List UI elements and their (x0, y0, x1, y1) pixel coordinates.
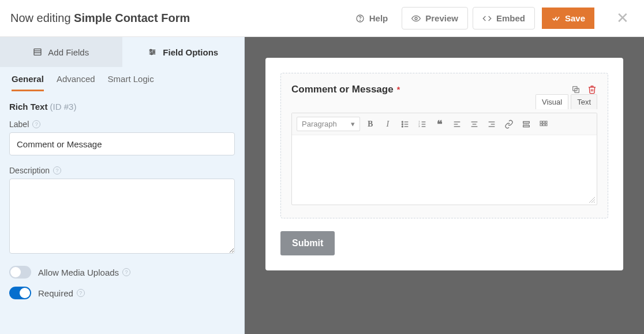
blockquote-icon[interactable]: ❝ (433, 117, 447, 131)
sidebar: Add Fields Field Options General Advance… (0, 37, 245, 334)
code-icon (482, 14, 492, 23)
rich-text-editor: Paragraph ▾ B I 123 (291, 113, 597, 205)
preview-button[interactable]: Preview (402, 7, 468, 29)
editor-mode-visual[interactable]: Visual (536, 94, 568, 109)
submit-button[interactable]: Submit (280, 231, 335, 255)
help-button[interactable]: Help (346, 8, 398, 29)
svg-point-9 (150, 49, 152, 51)
align-center-icon[interactable] (467, 117, 481, 131)
form-name: Simple Contact Form (74, 12, 190, 24)
save-label: Save (565, 13, 585, 23)
duplicate-icon[interactable] (571, 84, 581, 95)
svg-rect-39 (542, 121, 544, 123)
toggle-required-row: Required ? (9, 287, 235, 299)
editor-mode-text[interactable]: Text (571, 94, 597, 109)
required-star: * (397, 85, 400, 94)
sidebar-subtabs: General Advanced Smart Logic (0, 67, 244, 91)
svg-point-11 (151, 53, 153, 55)
description-label: Description ? (9, 166, 235, 175)
subtab-advanced[interactable]: Advanced (57, 67, 95, 91)
field-title: Rich Text (ID #3) (9, 102, 235, 112)
chevron-down-icon: ▾ (351, 120, 355, 128)
align-left-icon[interactable] (450, 117, 464, 131)
link-icon[interactable] (502, 117, 516, 131)
subtab-general[interactable]: General (12, 67, 44, 91)
header-bar: Now editing Simple Contact Form Help Pre… (0, 0, 644, 37)
svg-point-1 (360, 20, 360, 20)
allow-media-uploads-label: Allow Media Uploads ? (38, 268, 130, 277)
trash-icon[interactable] (587, 84, 597, 95)
help-tooltip-icon[interactable]: ? (53, 166, 61, 175)
insert-more-icon[interactable] (519, 117, 533, 131)
eye-icon (411, 14, 421, 23)
svg-text:3: 3 (418, 125, 420, 128)
editor-toolbar: Paragraph ▾ B I 123 (292, 113, 597, 135)
rich-text-editor-wrap: Visual Text Paragraph ▾ B I (291, 113, 597, 205)
paragraph-dropdown[interactable]: Paragraph ▾ (297, 117, 360, 131)
form-card: Comment or Message * Visual T (265, 58, 623, 270)
field-options-panel: Rich Text (ID #3) Label ? Description ? (0, 91, 244, 310)
svg-point-18 (402, 126, 403, 127)
sliders-icon (148, 47, 157, 57)
title-prefix: Now editing (10, 12, 74, 24)
help-tooltip-icon[interactable]: ? (32, 120, 40, 128)
field-head: Comment or Message * (291, 84, 597, 95)
field-type: Rich Text (9, 102, 47, 112)
svg-rect-38 (540, 121, 542, 123)
svg-rect-41 (540, 124, 542, 125)
italic-icon[interactable]: I (381, 117, 395, 131)
field-head-label: Comment or Message (291, 84, 394, 95)
close-icon: ✕ (616, 9, 629, 27)
editor-body[interactable] (292, 135, 597, 205)
save-button[interactable]: Save (542, 8, 594, 29)
toggle-allow-media-uploads-row: Allow Media Uploads ? (9, 266, 235, 279)
grid-icon (33, 47, 42, 57)
description-input[interactable] (9, 179, 235, 254)
help-tooltip-icon[interactable]: ? (122, 268, 130, 276)
bold-icon[interactable]: B (364, 117, 377, 131)
sidebar-tabs: Add Fields Field Options (0, 37, 244, 67)
svg-rect-42 (542, 124, 544, 125)
tab-field-options-label: Field Options (163, 47, 218, 57)
svg-rect-40 (545, 121, 547, 123)
svg-point-10 (153, 51, 155, 53)
preview-area: Comment or Message * Visual T (245, 37, 644, 334)
form-field-rich-text[interactable]: Comment or Message * Visual T (280, 73, 608, 218)
header-title: Now editing Simple Contact Form (10, 12, 190, 25)
number-list-icon[interactable]: 123 (415, 117, 429, 131)
svg-rect-37 (523, 125, 529, 127)
svg-rect-35 (523, 121, 529, 123)
help-label: Help (369, 13, 388, 23)
editor-mode-tabs: Visual Text (536, 94, 597, 109)
close-button[interactable]: ✕ (612, 7, 634, 29)
toggle-required[interactable] (9, 287, 31, 299)
tab-add-fields[interactable]: Add Fields (0, 37, 122, 67)
svg-point-16 (402, 124, 403, 125)
check-icon (551, 14, 560, 23)
tab-add-fields-label: Add Fields (48, 47, 89, 57)
tab-field-options[interactable]: Field Options (122, 37, 245, 67)
help-icon (355, 14, 365, 23)
preview-label: Preview (425, 13, 458, 23)
embed-button[interactable]: Embed (473, 7, 535, 29)
align-right-icon[interactable] (485, 117, 499, 131)
label-label: Label ? (9, 120, 235, 129)
subtab-smart-logic[interactable]: Smart Logic (108, 67, 154, 91)
resize-grip-icon[interactable] (589, 196, 596, 203)
toggle-allow-media-uploads[interactable] (9, 266, 31, 279)
embed-label: Embed (496, 13, 525, 23)
svg-rect-43 (545, 124, 547, 125)
help-tooltip-icon[interactable]: ? (77, 289, 85, 297)
svg-rect-3 (34, 49, 41, 55)
toolbar-toggle-icon[interactable] (537, 117, 551, 131)
label-input[interactable] (9, 132, 235, 155)
svg-point-2 (415, 17, 417, 20)
bullet-list-icon[interactable] (398, 117, 412, 131)
field-id: (ID #3) (50, 102, 77, 112)
required-label: Required ? (38, 288, 85, 298)
svg-point-14 (402, 121, 403, 123)
